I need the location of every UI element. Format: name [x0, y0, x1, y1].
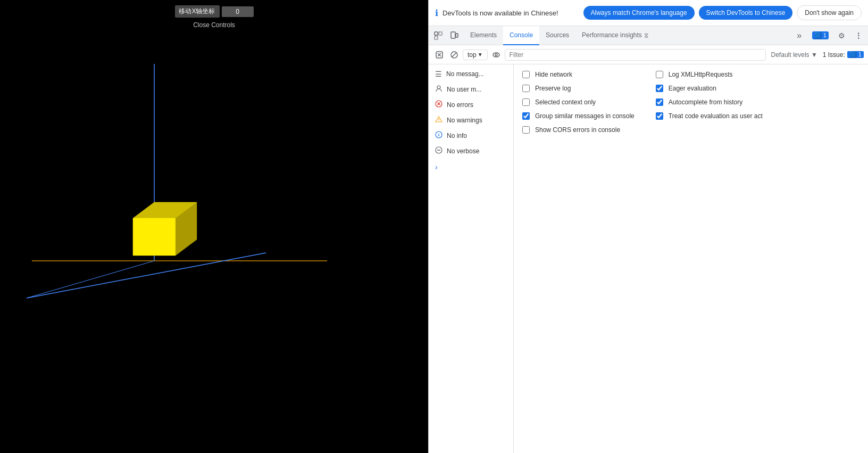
issue-count: 1 Issue: 🟦 1 [823, 51, 864, 59]
scene-canvas [0, 0, 428, 453]
log-item-verbose[interactable]: No verbose [429, 143, 513, 159]
perf-filter-icon: ⧖ [644, 31, 648, 39]
autocomplete-checkbox[interactable] [656, 98, 663, 106]
issues-count[interactable]: 🟦 1 [809, 30, 832, 40]
tab-console[interactable]: Console [503, 26, 539, 45]
filter-eager-eval[interactable]: Eager evaluation [656, 85, 763, 92]
log-xml-label: Log XMLHttpRequests [669, 71, 733, 78]
verbose-label: No verbose [447, 147, 479, 155]
show-cors-checkbox[interactable] [522, 126, 530, 134]
expand-arrow[interactable]: › [429, 159, 513, 176]
issue-count-badge[interactable]: 🟦 1 [847, 51, 864, 58]
svg-marker-4 [133, 218, 176, 256]
svg-point-28 [439, 121, 439, 121]
hide-network-checkbox[interactable] [522, 71, 530, 78]
svg-point-35 [439, 150, 440, 151]
notification-text: DevTools is now available in Chinese! [443, 9, 579, 17]
console-toolbar: top ▼ Default levels ▼ 1 Issue: 🟦 1 [429, 45, 868, 64]
info-icon: ℹ [435, 8, 438, 18]
svg-rect-12 [439, 32, 442, 35]
log-item-messages[interactable]: ☰ No messag... [429, 67, 513, 81]
filter-options-panel: Hide network Preserve log Selected conte… [514, 64, 868, 453]
filter-group-similar[interactable]: Group similar messages in console [522, 112, 635, 120]
filter-options-left: Hide network Preserve log Selected conte… [522, 71, 635, 134]
eye-icon-button[interactable] [490, 48, 503, 61]
filter-selected-context[interactable]: Selected context only [522, 98, 635, 106]
select-mode-icon[interactable] [431, 28, 446, 43]
svg-point-33 [437, 150, 438, 151]
user-icon [435, 85, 443, 94]
user-label: No user m... [447, 86, 481, 93]
clear-console-button[interactable] [433, 48, 446, 61]
filter-log-xml[interactable]: Log XMLHttpRequests [656, 71, 763, 78]
filter-input[interactable] [505, 49, 766, 61]
chevron-down-icon: ▼ [478, 52, 483, 57]
svg-line-19 [452, 52, 457, 57]
toolbar-value: 0 [222, 6, 254, 17]
log-item-info[interactable]: No info [429, 128, 513, 143]
tab-performance[interactable]: Performance insights ⧖ [575, 26, 655, 45]
device-mode-icon[interactable] [447, 28, 462, 43]
preserve-log-label: Preserve log [535, 85, 571, 92]
errors-label: No errors [447, 101, 473, 109]
errors-icon [435, 100, 443, 109]
filter-preserve-log[interactable]: Preserve log [522, 85, 635, 92]
dont-show-again-button[interactable]: Don't show again [797, 5, 862, 20]
svg-point-31 [438, 133, 439, 134]
svg-line-3 [27, 261, 154, 298]
match-language-button[interactable]: Always match Chrome's language [583, 6, 695, 20]
filter-treat-code[interactable]: Treat code evaluation as user act [656, 112, 763, 120]
svg-rect-14 [456, 34, 458, 37]
settings-icon[interactable]: ⚙ [834, 28, 849, 43]
messages-label: No messag... [446, 70, 484, 78]
context-selector[interactable]: top ▼ [463, 50, 488, 60]
filter-hide-network[interactable]: Hide network [522, 71, 635, 78]
group-similar-checkbox[interactable] [522, 112, 530, 120]
toolbar-label: 移动X轴坐标 [174, 5, 219, 18]
filter-options-container: Hide network Preserve log Selected conte… [522, 71, 859, 134]
more-tabs-button[interactable]: » [792, 28, 807, 43]
ban-icon-button[interactable] [448, 48, 461, 61]
filter-autocomplete[interactable]: Autocomplete from history [656, 98, 763, 106]
messages-icon: ☰ [435, 70, 442, 78]
log-item-user[interactable]: No user m... [429, 81, 513, 97]
warnings-label: No warnings [447, 117, 482, 124]
devtools-tabs: Elements Console Sources Performance ins… [429, 26, 868, 45]
switch-to-chinese-button[interactable]: Switch DevTools to Chinese [699, 6, 793, 20]
svg-rect-10 [435, 32, 438, 35]
show-cors-label: Show CORS errors in console [535, 126, 620, 134]
more-options-icon[interactable]: ⋮ [851, 28, 866, 43]
info-log-icon [435, 131, 443, 140]
eager-eval-checkbox[interactable] [656, 85, 663, 92]
log-item-errors[interactable]: No errors [429, 97, 513, 112]
log-xml-checkbox[interactable] [656, 71, 663, 78]
svg-point-20 [493, 53, 499, 57]
hide-network-label: Hide network [535, 71, 572, 78]
selected-context-checkbox[interactable] [522, 98, 530, 106]
svg-rect-11 [435, 36, 438, 39]
filter-show-cors[interactable]: Show CORS errors in console [522, 126, 635, 134]
close-controls-button[interactable]: Close Controls [193, 21, 235, 29]
svg-line-2 [27, 253, 266, 298]
default-levels-dropdown[interactable]: Default levels ▼ [768, 50, 821, 60]
console-log-area: ☰ No messag... No user m... [429, 64, 514, 453]
autocomplete-label: Autocomplete from history [669, 98, 742, 106]
group-similar-label: Group similar messages in console [535, 112, 635, 120]
svg-rect-13 [451, 32, 455, 38]
top-label: top [468, 51, 477, 59]
preserve-log-checkbox[interactable] [522, 85, 530, 92]
info-label: No info [447, 132, 467, 139]
selected-context-label: Selected context only [535, 98, 596, 106]
tab-more: » 🟦 1 ⚙ ⋮ [792, 28, 866, 43]
svg-point-21 [495, 54, 497, 56]
notification-bar: ℹ DevTools is now available in Chinese! … [429, 0, 868, 26]
tab-sources[interactable]: Sources [539, 26, 575, 45]
tab-elements[interactable]: Elements [464, 26, 503, 45]
treat-code-checkbox[interactable] [656, 112, 663, 120]
svg-point-22 [437, 86, 440, 89]
scene-panel: 移动X轴坐标 0 Close Controls [0, 0, 428, 453]
console-main: ☰ No messag... No user m... [429, 64, 868, 453]
scene-toolbar: 移动X轴坐标 0 [174, 5, 253, 18]
log-item-warnings[interactable]: No warnings [429, 112, 513, 128]
warnings-icon [435, 116, 443, 125]
